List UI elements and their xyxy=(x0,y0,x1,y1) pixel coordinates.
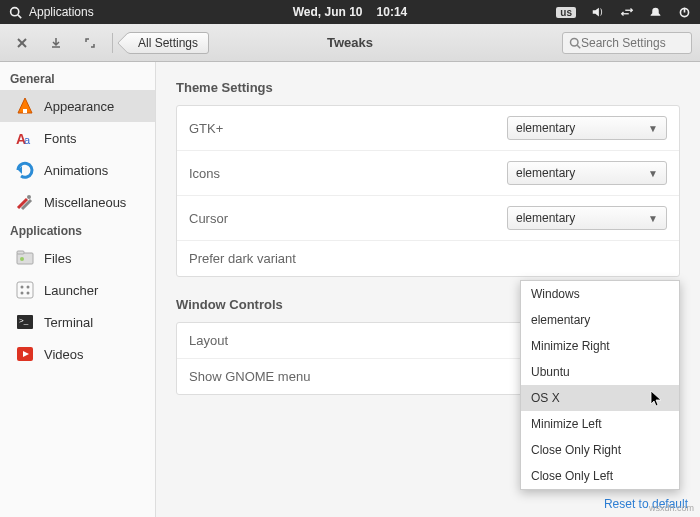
fonts-icon: Aa xyxy=(14,127,36,149)
keyboard-layout-indicator[interactable]: us xyxy=(556,7,576,18)
sidebar-item-label: Animations xyxy=(44,163,108,178)
launcher-icon xyxy=(14,279,36,301)
panel-date[interactable]: Wed, Jun 10 xyxy=(293,5,363,19)
row-label: Icons xyxy=(189,166,507,181)
menu-item-close-only-right[interactable]: Close Only Right xyxy=(521,437,679,463)
svg-point-18 xyxy=(27,195,31,199)
menu-item-minimize-left[interactable]: Minimize Left xyxy=(521,411,679,437)
chevron-down-icon: ▼ xyxy=(648,123,658,134)
power-icon[interactable] xyxy=(677,5,692,20)
back-button-label: All Settings xyxy=(138,36,198,50)
sidebar-item-label: Files xyxy=(44,251,71,266)
row-icons: Icons elementary ▼ xyxy=(177,151,679,196)
menu-item-windows[interactable]: Windows xyxy=(521,281,679,307)
back-button[interactable]: All Settings xyxy=(127,32,209,54)
files-icon xyxy=(14,247,36,269)
menu-item-ubuntu[interactable]: Ubuntu xyxy=(521,359,679,385)
theme-settings-group: GTK+ elementary ▼ Icons elementary ▼ Cur… xyxy=(176,105,680,277)
row-label: GTK+ xyxy=(189,121,507,136)
cursor-pointer-icon xyxy=(650,390,664,411)
sidebar-item-files[interactable]: Files xyxy=(0,242,155,274)
download-icon[interactable] xyxy=(42,30,70,56)
menu-item-minimize-right[interactable]: Minimize Right xyxy=(521,333,679,359)
search-icon xyxy=(8,5,23,20)
menu-item-close-only-left[interactable]: Close Only Left xyxy=(521,463,679,489)
menu-item-elementary[interactable]: elementary xyxy=(521,307,679,333)
misc-icon xyxy=(14,191,36,213)
appearance-icon xyxy=(14,95,36,117)
close-button[interactable] xyxy=(8,30,36,56)
svg-point-26 xyxy=(27,292,30,295)
icons-dropdown[interactable]: elementary ▼ xyxy=(507,161,667,185)
sidebar-item-label: Appearance xyxy=(44,99,114,114)
search-field[interactable] xyxy=(562,32,692,54)
sidebar-item-miscellaneous[interactable]: Miscellaneous xyxy=(0,186,155,218)
sidebar-item-label: Miscellaneous xyxy=(44,195,126,210)
sidebar-item-label: Videos xyxy=(44,347,84,362)
top-panel: Applications Wed, Jun 10 10:14 us xyxy=(0,0,700,24)
maximize-button[interactable] xyxy=(76,30,104,56)
dropdown-value: elementary xyxy=(516,211,575,225)
svg-rect-22 xyxy=(17,282,33,298)
chevron-down-icon: ▼ xyxy=(648,168,658,179)
network-icon[interactable] xyxy=(619,5,634,20)
sidebar-item-animations[interactable]: Animations xyxy=(0,154,155,186)
sidebar-item-launcher[interactable]: Launcher xyxy=(0,274,155,306)
chevron-down-icon: ▼ xyxy=(648,213,658,224)
sidebar: General Appearance Aa Fonts Animations xyxy=(0,62,156,517)
svg-point-23 xyxy=(21,286,24,289)
search-icon xyxy=(569,37,581,49)
row-cursor: Cursor elementary ▼ xyxy=(177,196,679,241)
watermark: wsxdn.com xyxy=(649,503,694,513)
svg-line-10 xyxy=(577,45,580,48)
panel-time[interactable]: 10:14 xyxy=(377,5,408,19)
sidebar-item-terminal[interactable]: >_ Terminal xyxy=(0,306,155,338)
notifications-icon[interactable] xyxy=(648,5,663,20)
svg-point-9 xyxy=(571,38,579,46)
svg-text:>_: >_ xyxy=(19,316,29,325)
sidebar-item-label: Launcher xyxy=(44,283,98,298)
app-menu-label: Applications xyxy=(29,5,94,19)
dropdown-value: elementary xyxy=(516,121,575,135)
row-label: Cursor xyxy=(189,211,507,226)
gtk-dropdown[interactable]: elementary ▼ xyxy=(507,116,667,140)
svg-rect-12 xyxy=(23,109,27,113)
svg-text:a: a xyxy=(24,134,31,146)
volume-icon[interactable] xyxy=(590,5,605,20)
row-dark-variant: Prefer dark variant xyxy=(177,241,679,276)
svg-line-1 xyxy=(18,14,21,17)
row-gtk: GTK+ elementary ▼ xyxy=(177,106,679,151)
window-title: Tweaks xyxy=(327,35,373,50)
terminal-icon: >_ xyxy=(14,311,36,333)
layout-dropdown-menu: Windows elementary Minimize Right Ubuntu… xyxy=(520,280,680,490)
svg-rect-19 xyxy=(17,253,33,264)
animations-icon xyxy=(14,159,36,181)
section-title-theme: Theme Settings xyxy=(176,80,680,95)
svg-point-24 xyxy=(27,286,30,289)
videos-icon xyxy=(14,343,36,365)
separator xyxy=(112,33,113,53)
sidebar-item-videos[interactable]: Videos xyxy=(0,338,155,370)
svg-point-25 xyxy=(21,292,24,295)
sidebar-item-appearance[interactable]: Appearance xyxy=(0,90,155,122)
sidebar-header-applications: Applications xyxy=(0,218,155,242)
sidebar-header-general: General xyxy=(0,66,155,90)
sidebar-item-fonts[interactable]: Aa Fonts xyxy=(0,122,155,154)
cursor-dropdown[interactable]: elementary ▼ xyxy=(507,206,667,230)
panel-left-group[interactable]: Applications xyxy=(8,5,94,20)
row-label: Prefer dark variant xyxy=(189,251,667,266)
svg-point-21 xyxy=(20,257,24,261)
svg-point-0 xyxy=(11,7,19,15)
window-toolbar: All Settings Tweaks xyxy=(0,24,700,62)
svg-rect-20 xyxy=(17,251,24,254)
dropdown-value: elementary xyxy=(516,166,575,180)
sidebar-item-label: Fonts xyxy=(44,131,77,146)
sidebar-item-label: Terminal xyxy=(44,315,93,330)
search-input[interactable] xyxy=(581,36,681,50)
